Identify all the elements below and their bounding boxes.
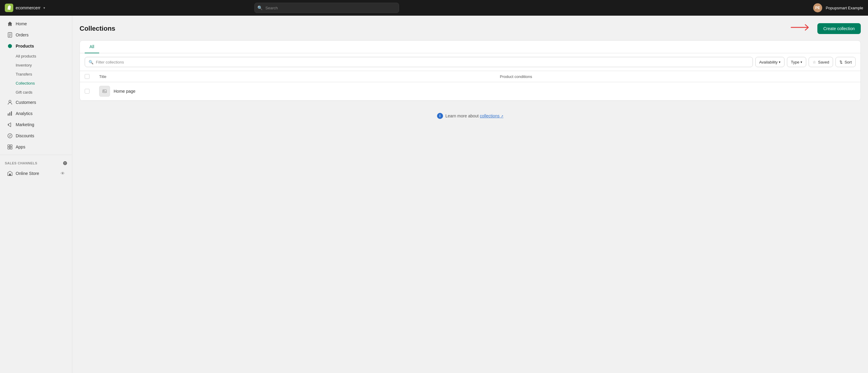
table-row[interactable]: Home page [80,82,861,101]
sidebar-item-label: Apps [16,144,25,149]
sort-label: Sort [844,60,852,64]
create-collection-button[interactable]: Create collection [817,23,861,34]
svg-rect-7 [10,145,12,147]
table-header-row: Title Product conditions [80,71,861,82]
page-title: Collections [80,25,116,33]
products-icon [7,43,13,49]
arrow-indicator: Create collection [789,23,861,34]
sidebar-item-customers[interactable]: Customers [2,97,70,108]
saved-star-icon: ☆ [812,60,816,64]
filter-search-icon: 🔍 [89,60,93,64]
main-content: Collections Create collection All 🔍 [72,16,868,373]
discounts-icon [7,133,13,138]
sidebar-item-label: Customers [16,100,36,105]
sidebar-item-label: Marketing [16,122,34,127]
sidebar-item-label: Orders [16,33,29,37]
store-name: ecommercerr [16,5,40,10]
tab-all[interactable]: All [85,41,99,53]
collections-learn-more-link[interactable]: collections ↗ [480,113,503,118]
sidebar-item-inventory[interactable]: Inventory [2,61,70,70]
collection-thumbnail [99,86,110,97]
svg-rect-2 [8,113,9,115]
sidebar-item-home[interactable]: Home [2,19,70,29]
apps-icon [7,144,13,149]
external-link-icon: ↗ [501,114,503,118]
svg-rect-8 [8,147,10,149]
type-label: Type [791,60,799,64]
collection-conditions-cell [495,82,861,101]
info-icon: i [437,113,443,119]
online-store-icon [7,171,13,176]
availability-chevron-icon: ▾ [779,60,781,64]
shopify-logo [5,4,13,12]
store-logo-area[interactable]: ecommercerr ▾ [5,4,45,12]
sidebar-item-transfers[interactable]: Transfers [2,70,70,78]
sort-btn[interactable]: ⇅ Sort [835,57,856,67]
conditions-column-header: Product conditions [495,71,861,82]
info-text: Learn more about collections ↗ [445,113,504,118]
header-checkbox-cell [80,71,94,82]
title-column-header: Title [94,71,495,82]
collection-title: Home page [114,89,135,94]
sidebar-item-products[interactable]: Products [2,41,70,52]
sidebar-item-gift-cards[interactable]: Gift cards [2,88,70,97]
type-filter-btn[interactable]: Type ▾ [787,57,806,67]
orders-icon [7,32,13,38]
saved-label: Saved [818,60,829,64]
sidebar-item-online-store[interactable]: Online Store 👁 [2,168,70,179]
availability-filter-btn[interactable]: Availability ▾ [755,57,784,67]
global-search[interactable]: 🔍 [254,3,399,13]
sidebar-item-label: Products [16,44,34,48]
customers-icon [7,100,13,105]
store-dropdown-icon[interactable]: ▾ [43,6,45,10]
analytics-icon [7,111,13,116]
red-arrow [789,23,814,34]
info-section: i Learn more about collections ↗ [80,101,861,131]
saved-btn[interactable]: ☆ Saved [809,57,833,67]
svg-rect-3 [9,112,10,115]
svg-rect-10 [9,174,10,175]
sidebar-item-orders[interactable]: Orders [2,30,70,40]
collections-card: All 🔍 Availability ▾ Type ▾ ☆ Saved [80,40,861,101]
sort-icon: ⇅ [839,60,843,64]
collections-table: Title Product conditions [80,71,861,101]
filter-search-box[interactable]: 🔍 [85,57,753,67]
home-icon [7,21,13,27]
sidebar-item-apps[interactable]: Apps [2,141,70,152]
topnav-right: PE Popupsmart Example [813,3,863,12]
collection-title-cell: Home page [94,82,495,101]
svg-rect-9 [10,147,12,149]
marketing-icon [7,122,13,127]
filters-row: 🔍 Availability ▾ Type ▾ ☆ Saved ⇅ So [80,53,861,71]
add-sales-channel-btn[interactable]: ⊕ [63,160,67,167]
sidebar-item-marketing[interactable]: Marketing [2,119,70,130]
top-navigation: ecommercerr ▾ 🔍 PE Popupsmart Example [0,0,868,16]
sidebar-item-collections[interactable]: Collections [2,79,70,88]
sidebar-item-analytics[interactable]: Analytics [2,108,70,119]
page-header: Collections Create collection [80,23,861,34]
avatar[interactable]: PE [813,3,822,12]
svg-point-1 [9,100,11,102]
tab-bar: All [80,41,861,53]
sidebar-item-label: Analytics [16,111,33,116]
sidebar: Home Orders Products All products I [0,16,72,373]
row-checkbox[interactable] [85,89,90,94]
sales-channels-section-label: SALES CHANNELS ⊕ [0,158,72,168]
sidebar-item-label: Discounts [16,133,34,138]
search-input[interactable] [254,3,399,13]
svg-rect-4 [11,111,12,115]
search-icon: 🔍 [257,5,262,10]
products-sub-menu: All products Inventory Transfers Collect… [0,52,72,97]
user-name: Popupsmart Example [826,6,863,10]
svg-rect-6 [8,145,10,147]
sidebar-item-discounts[interactable]: Discounts [2,130,70,141]
sidebar-item-all-products[interactable]: All products [2,52,70,61]
online-store-visibility-icon[interactable]: 👁 [61,171,65,176]
row-checkbox-cell [80,82,94,101]
availability-label: Availability [759,60,778,64]
filter-collections-input[interactable] [96,60,749,64]
select-all-checkbox[interactable] [85,74,90,79]
sidebar-item-label: Home [16,21,27,26]
sidebar-divider [0,155,72,155]
svg-rect-11 [103,90,107,93]
